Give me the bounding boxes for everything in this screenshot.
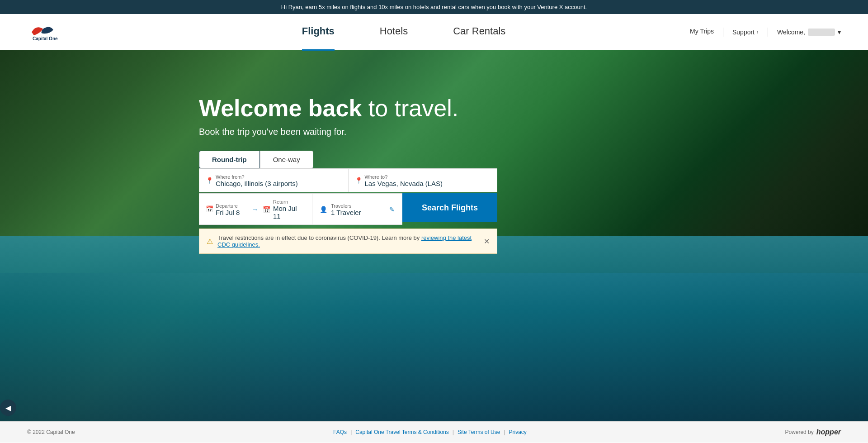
- welcome-light: to travel.: [362, 95, 458, 121]
- welcome-bold: Welcome back: [199, 95, 362, 121]
- return-value: Mon Jul 11: [273, 205, 305, 220]
- faqs-link[interactable]: FAQs: [333, 429, 347, 435]
- origin-pin-icon: 📍: [206, 177, 213, 184]
- date-arrow-icon: →: [247, 206, 263, 213]
- departure-inner: Departure Fri Jul 8: [216, 203, 247, 216]
- travelers-inner: Travelers 1 Traveler: [331, 203, 389, 216]
- nav-hotels[interactable]: Hotels: [380, 25, 408, 39]
- logo-area[interactable]: Capital One Travel: [27, 21, 90, 43]
- travelers-field[interactable]: 👤 Travelers 1 Traveler ✎: [312, 193, 402, 225]
- privacy-link[interactable]: Privacy: [509, 429, 527, 435]
- footer: © 2022 Capital One FAQs | Capital One Tr…: [0, 421, 868, 443]
- hero-water: [0, 236, 868, 421]
- terms-link[interactable]: Capital One Travel Terms & Conditions: [355, 429, 449, 435]
- return-calendar-icon: 📅: [263, 206, 270, 213]
- hero-section: Welcome back to travel. Book the trip yo…: [0, 50, 868, 421]
- alert-text: Travel restrictions are in effect due to…: [217, 234, 479, 248]
- return-inner: Return Mon Jul 11: [273, 199, 305, 220]
- welcome-title: Welcome back to travel.: [199, 95, 669, 121]
- departure-field[interactable]: 📅 Departure Fri Jul 8 → 📅 Return Mon Jul…: [199, 193, 312, 225]
- svg-text:Capital One: Capital One: [33, 36, 58, 41]
- search-flights-button[interactable]: Search Flights: [402, 193, 497, 222]
- alert-banner: ⚠ Travel restrictions are in effect due …: [199, 229, 497, 254]
- traveler-person-icon: 👤: [320, 206, 327, 213]
- one-way-tab[interactable]: One-way: [260, 151, 313, 168]
- powered-by: Powered by hopper: [785, 428, 841, 436]
- destination-pin-icon: 📍: [355, 177, 363, 184]
- logo: Capital One Travel: [27, 21, 90, 43]
- header: Capital One Travel Flights Hotels Car Re…: [0, 14, 868, 50]
- hero-content: Welcome back to travel. Book the trip yo…: [0, 50, 868, 254]
- svg-text:Travel: Travel: [33, 43, 42, 43]
- travelers-value: 1 Traveler: [331, 209, 389, 216]
- round-trip-tab[interactable]: Round-trip: [199, 151, 260, 168]
- header-divider-2: [768, 28, 768, 37]
- welcome-subtitle: Book the trip you've been waiting for.: [199, 127, 669, 137]
- origin-field[interactable]: 📍 Where from? Chicago, Illinois (3 airpo…: [199, 168, 348, 192]
- destination-field[interactable]: 📍 Where to? Las Vegas, Nevada (LAS): [348, 168, 498, 192]
- top-banner: Hi Ryan, earn 5x miles on flights and 10…: [0, 0, 868, 14]
- support-link[interactable]: Support ↑: [732, 29, 759, 36]
- alert-close-button[interactable]: ✕: [484, 237, 490, 246]
- alert-warning-icon: ⚠: [207, 237, 213, 246]
- user-name: [808, 29, 835, 36]
- site-terms-link[interactable]: Site Terms of Use: [458, 429, 500, 435]
- welcome-chevron-icon: ▾: [838, 29, 841, 36]
- feedback-button[interactable]: ◀: [0, 400, 16, 416]
- origin-dest-row: 📍 Where from? Chicago, Illinois (3 airpo…: [199, 168, 497, 192]
- nav: Flights Hotels Car Rentals: [118, 25, 690, 39]
- departure-value: Fri Jul 8: [216, 209, 247, 216]
- hopper-logo: hopper: [816, 428, 841, 436]
- bottom-row: 📅 Departure Fri Jul 8 → 📅 Return Mon Jul…: [199, 193, 497, 225]
- copyright: © 2022 Capital One: [27, 429, 75, 435]
- search-form: Round-trip One-way 📍 Where from? Chicago…: [199, 151, 497, 254]
- header-divider: [723, 28, 723, 37]
- trip-type-tabs: Round-trip One-way: [199, 151, 326, 168]
- banner-text: Hi Ryan, earn 5x miles on flights and 10…: [281, 4, 587, 10]
- destination-value: Las Vegas, Nevada (LAS): [365, 180, 490, 187]
- departure-calendar-icon: 📅: [206, 205, 213, 213]
- travelers-edit-icon: ✎: [389, 206, 395, 213]
- dates-section: 📅 Departure Fri Jul 8 → 📅 Return Mon Jul…: [199, 193, 402, 225]
- footer-links: FAQs | Capital One Travel Terms & Condit…: [333, 429, 527, 435]
- my-trips-link[interactable]: My Trips: [690, 28, 714, 37]
- support-arrow-icon: ↑: [756, 29, 759, 34]
- nav-flights[interactable]: Flights: [302, 25, 335, 39]
- nav-car-rentals[interactable]: Car Rentals: [453, 25, 505, 39]
- origin-value: Chicago, Illinois (3 airports): [216, 180, 341, 187]
- feedback-icon: ◀: [5, 404, 11, 412]
- welcome-menu[interactable]: Welcome, ▾: [777, 29, 841, 36]
- header-right: My Trips Support ↑ Welcome, ▾: [690, 28, 841, 37]
